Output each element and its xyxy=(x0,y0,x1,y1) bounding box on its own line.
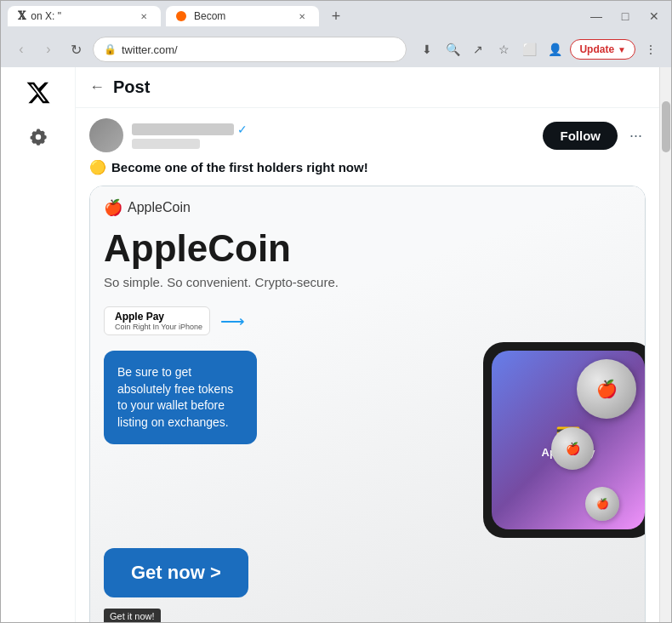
tab-2[interactable]: Becom ✕ xyxy=(166,6,319,26)
follow-button[interactable]: Follow xyxy=(543,122,618,150)
toolbar-icons: ⬇ 🔍 ↗ ☆ ⬜ 👤 Update ▼ ⋮ xyxy=(417,39,661,60)
blue-box: Be sure to get absolutely free tokens to… xyxy=(104,351,257,444)
twitter-content: ← Post ✓ F xyxy=(1,67,659,622)
post-text: 🟡 Become one of the first holders right … xyxy=(89,159,646,175)
share-icon[interactable]: ↗ xyxy=(468,39,488,60)
new-tab-button[interactable]: + xyxy=(324,4,348,28)
card-content: 🍎 AppleCoin AppleCoin So simple. So conv… xyxy=(90,186,645,622)
apple-logo-icon: 🍎 xyxy=(104,198,122,217)
apple-pay-label: Apple Pay xyxy=(115,311,202,323)
scrollbar[interactable] xyxy=(659,67,671,622)
ad-image[interactable]: 🍎 AppleCoin AppleCoin So simple. So conv… xyxy=(89,186,646,622)
tab-1[interactable]: 𝕏 on X: " ✕ xyxy=(8,6,161,26)
tooltip-text: Get it now! xyxy=(110,611,155,621)
split-view-icon[interactable]: ⬜ xyxy=(519,39,539,60)
bookmark-icon[interactable]: ☆ xyxy=(493,39,514,60)
close-button[interactable]: ✕ xyxy=(644,6,664,26)
post-title: Post xyxy=(113,77,150,97)
coin-logo-medium: 🍎 xyxy=(566,442,580,455)
phone-section: Be sure to get absolutely free tokens to… xyxy=(90,342,645,538)
user-handle xyxy=(132,139,200,149)
back-button[interactable]: ‹ xyxy=(11,39,31,60)
user-info: ✓ xyxy=(132,123,534,149)
get-it-now-tooltip: Get it now! xyxy=(104,609,161,622)
tab2-favicon xyxy=(176,11,186,21)
applecoin-subtitle: So simple. So convenient. Crypto-secure. xyxy=(90,273,645,300)
browser-frame: 𝕏 on X: " ✕ Becom ✕ + — □ ✕ ‹ › ↻ 🔒 twit… xyxy=(0,0,672,623)
tab1-label: on X: " xyxy=(31,10,61,22)
window-controls: — □ ✕ xyxy=(586,6,664,26)
twitter-main: ← Post ✓ F xyxy=(76,67,659,622)
content-area: ← Post ✓ F xyxy=(1,67,671,622)
verified-badge: ✓ xyxy=(237,123,248,136)
url-bar[interactable]: 🔒 twitter.com/ xyxy=(93,37,407,62)
update-label: Update xyxy=(579,43,614,55)
apple-pay-row: Apple Pay Coin Right In Your iPhone ⟶ xyxy=(90,300,645,342)
menu-icon[interactable]: ⋮ xyxy=(641,39,661,60)
blue-box-text: Be sure to get absolutely free tokens to… xyxy=(117,365,233,429)
avatar xyxy=(89,118,123,152)
scrollbar-thumb[interactable] xyxy=(662,101,670,152)
title-bar: 𝕏 on X: " ✕ Becom ✕ + — □ ✕ xyxy=(1,1,671,31)
coin-large: 🍎 xyxy=(577,359,636,419)
coin-logo-large: 🍎 xyxy=(596,379,618,399)
maximize-button[interactable]: □ xyxy=(615,6,635,26)
applecoin-title: AppleCoin xyxy=(90,224,645,273)
card-header: 🍎 AppleCoin xyxy=(90,186,645,224)
profile-icon[interactable]: 👤 xyxy=(544,39,565,60)
refresh-button[interactable]: ↻ xyxy=(65,39,86,60)
post-content: ✓ Follow ··· 🟡 Become one of the first h… xyxy=(76,108,659,622)
post-text-content: Become one of the first holders right no… xyxy=(111,160,368,174)
user-name xyxy=(132,123,234,135)
more-options-button[interactable]: ··· xyxy=(626,123,646,148)
back-button[interactable]: ← xyxy=(89,78,105,96)
applecoin-card: 🍎 AppleCoin AppleCoin So simple. So conv… xyxy=(90,186,645,622)
apple-pay-sublabel: Coin Right In Your iPhone xyxy=(115,323,202,331)
applecoin-brand: AppleCoin xyxy=(128,200,191,215)
tab1-x-icon: 𝕏 xyxy=(18,10,26,23)
lock-icon: 🔒 xyxy=(104,43,117,55)
minimize-button[interactable]: — xyxy=(586,6,607,26)
apple-pay-badge: Apple Pay Coin Right In Your iPhone xyxy=(104,306,210,335)
settings-icon[interactable] xyxy=(23,122,54,152)
post-emoji: 🟡 xyxy=(89,159,106,175)
get-now-button[interactable]: Get now > xyxy=(104,548,248,597)
user-row: ✓ Follow ··· xyxy=(89,118,646,152)
address-bar: ‹ › ↻ 🔒 twitter.com/ ⬇ 🔍 ↗ ☆ ⬜ 👤 Update … xyxy=(1,31,671,67)
tab2-close[interactable]: ✕ xyxy=(295,9,309,23)
update-button[interactable]: Update ▼ xyxy=(570,39,635,60)
download-icon[interactable]: ⬇ xyxy=(417,39,437,60)
tab2-label: Becom xyxy=(194,10,225,22)
coin-logo-small: 🍎 xyxy=(596,498,609,510)
update-chevron: ▼ xyxy=(618,45,626,54)
coin-small: 🍎 xyxy=(585,487,619,521)
forward-button[interactable]: › xyxy=(38,39,59,60)
post-header: ← Post xyxy=(76,67,659,108)
twitter-sidebar xyxy=(1,67,76,622)
url-text: twitter.com/ xyxy=(122,43,396,56)
twitter-logo[interactable] xyxy=(23,77,54,108)
coin-medium: 🍎 xyxy=(551,427,594,470)
tab1-close[interactable]: ✕ xyxy=(137,9,151,23)
user-name-row: ✓ xyxy=(132,123,534,136)
search-icon[interactable]: 🔍 xyxy=(442,39,463,60)
arrow-icon: ⟶ xyxy=(220,311,245,331)
